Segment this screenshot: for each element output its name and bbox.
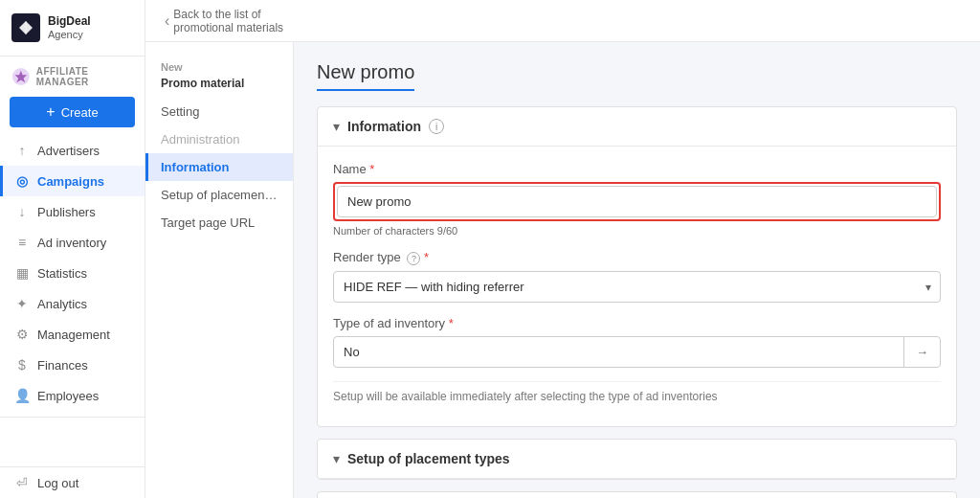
nav-analytics[interactable]: ✦ Analytics [0, 288, 145, 319]
logo-company: BigDeal [48, 14, 91, 28]
placement-collapse-icon: ▾ [333, 451, 340, 466]
logout-icon: ⏎ [14, 475, 30, 490]
nav-employees[interactable]: 👤 Employees [0, 380, 145, 411]
render-type-field-group: Render type ? * HIDE REF — with hiding r… [333, 250, 941, 303]
left-nav-administration[interactable]: Administration [145, 125, 293, 153]
name-input[interactable] [337, 186, 937, 217]
sidebar: BigDeal Agency AFFILIATE MANAGER + Creat… [0, 0, 145, 498]
publishers-icon: ↓ [14, 204, 30, 219]
ad-inventory-select-wrapper[interactable]: No → [333, 336, 941, 368]
name-required-marker: * [369, 162, 374, 176]
create-button[interactable]: + Create [10, 97, 135, 127]
target-url-card-header[interactable]: ▾ Target page URL (Target URL) [318, 492, 956, 498]
information-help-icon[interactable]: i [429, 119, 444, 134]
render-type-select-wrapper: HIDE REF — with hiding referrer Direct l… [333, 271, 941, 303]
collapse-icon: ▾ [333, 119, 340, 134]
information-card-title: Information [347, 119, 421, 134]
content-area: New Promo material Setting Administratio… [145, 42, 980, 498]
information-card-body: Name * Number of characters 9/60 Render … [318, 147, 956, 426]
left-nav-setting[interactable]: Setting [145, 98, 293, 125]
back-text-line1: Back to the list of [173, 8, 283, 21]
render-type-label: Render type ? * [333, 250, 941, 265]
info-message: Setup will be available immediately afte… [333, 381, 941, 411]
top-bar: ‹ Back to the list of promotional materi… [145, 0, 980, 42]
nav-logout[interactable]: ⏎ Log out [0, 466, 145, 498]
ad-inventory-required-marker: * [449, 316, 454, 330]
analytics-icon: ✦ [14, 296, 30, 311]
nav-advertisers[interactable]: ↑ Advertisers [0, 135, 145, 166]
logo-tagline: Agency [48, 29, 91, 41]
nav-ad-inventory[interactable]: ≡ Ad inventory [0, 227, 145, 258]
char-count: Number of characters 9/60 [333, 225, 941, 237]
campaigns-icon: ◎ [14, 173, 30, 189]
ad-inventory-value: No [334, 337, 903, 367]
left-nav-target-url[interactable]: Target page URL [145, 209, 293, 237]
form-area: New promo ▾ Information i Name * [294, 42, 980, 498]
ad-inventory-arrow-icon[interactable]: → [903, 337, 940, 367]
employees-icon: 👤 [14, 388, 30, 403]
nav-finances[interactable]: $ Finances [0, 350, 145, 380]
ad-inventory-field-group: Type of ad inventory * No → [333, 316, 941, 368]
left-nav-setup[interactable]: Setup of placement t... [145, 181, 293, 209]
render-type-help-icon[interactable]: ? [407, 252, 420, 265]
back-button[interactable]: ‹ Back to the list of promotional materi… [165, 8, 283, 34]
sidebar-divider [0, 417, 145, 418]
affiliate-manager-label: AFFILIATE MANAGER [36, 66, 133, 87]
finances-icon: $ [14, 357, 30, 373]
left-nav-section-new: New [145, 54, 293, 75]
placement-card-title: Setup of placement types [347, 451, 510, 466]
logo-area: BigDeal Agency [0, 0, 145, 57]
ad-inventory-label: Type of ad inventory * [333, 316, 941, 330]
page-title: New promo [317, 61, 414, 91]
affiliate-label-area: AFFILIATE MANAGER [0, 57, 145, 91]
left-nav-promo-material: Promo material [145, 75, 293, 98]
nav-publishers[interactable]: ↓ Publishers [0, 196, 145, 227]
render-type-required-marker: * [424, 250, 429, 264]
name-field-label: Name * [333, 162, 941, 176]
information-card: ▾ Information i Name * Number o [317, 106, 957, 427]
name-field-group: Name * Number of characters 9/60 [333, 162, 941, 237]
affiliate-icon [11, 66, 31, 87]
main-content: ‹ Back to the list of promotional materi… [145, 0, 980, 498]
left-nav: New Promo material Setting Administratio… [145, 42, 294, 498]
render-type-select[interactable]: HIDE REF — with hiding referrer Direct l… [333, 271, 941, 303]
nav-statistics[interactable]: ▦ Statistics [0, 258, 145, 288]
advertisers-icon: ↑ [14, 143, 30, 158]
placement-card: ▾ Setup of placement types [317, 439, 957, 480]
statistics-icon: ▦ [14, 265, 30, 281]
logo-icon [11, 13, 40, 42]
placement-card-header[interactable]: ▾ Setup of placement types [318, 440, 956, 479]
nav-campaigns[interactable]: ◎ Campaigns [0, 166, 145, 196]
back-text-line2: promotional materials [173, 21, 283, 34]
name-input-wrapper [333, 182, 941, 221]
back-arrow-icon: ‹ [165, 12, 169, 30]
ad-inventory-icon: ≡ [14, 235, 30, 250]
information-card-header[interactable]: ▾ Information i [318, 107, 956, 147]
management-icon: ⚙ [14, 327, 30, 342]
target-url-card: ▾ Target page URL (Target URL) [317, 491, 957, 498]
nav-management[interactable]: ⚙ Management [0, 319, 145, 350]
left-nav-information[interactable]: Information [145, 153, 293, 181]
